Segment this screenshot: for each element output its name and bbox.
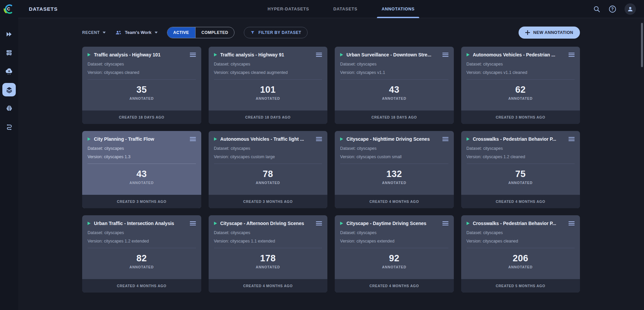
menu-bars-icon	[569, 221, 575, 226]
card-divider	[467, 248, 575, 248]
card-menu-button[interactable]	[442, 137, 448, 141]
annotation-card[interactable]: Traffic analysis - Highway 91 Dataset: c…	[209, 47, 328, 124]
card-version-line: Version: cityscapes cleaned	[461, 239, 580, 243]
status-toggle-active[interactable]: ACTIVE	[167, 27, 195, 38]
card-menu-button[interactable]	[190, 221, 196, 226]
team-scope-label: Team's Work	[125, 30, 151, 35]
card-version-line: Version: cityscapes custom small	[335, 154, 454, 159]
card-menu-button[interactable]	[316, 52, 322, 57]
card-header: Crosswalks - Pedestrian Behavior P...	[461, 215, 580, 226]
sidebar-item-pipelines[interactable]	[2, 120, 16, 133]
card-created-footer: CREATED 3 MONTHS AGO	[82, 195, 201, 208]
card-created-footer: CREATED 3 MONTHS AGO	[209, 195, 328, 208]
card-version-line: Version: cityscapes 1.3	[82, 154, 201, 159]
card-created-footer: CREATED 18 DAYS AGO	[209, 110, 328, 124]
models-brain-icon	[5, 104, 13, 112]
chevron-down-icon	[155, 32, 158, 34]
card-dataset-line: Dataset: cityscapes	[82, 230, 201, 235]
team-scope-dropdown[interactable]: Team's Work	[115, 29, 157, 36]
sidebar-item-models[interactable]	[2, 101, 16, 115]
sidebar-item-datasets[interactable]	[2, 83, 16, 96]
annotation-card[interactable]: Autonomous Vehicles - Pedestrian ... Dat…	[461, 47, 580, 124]
card-created-footer: CREATED 4 MONTHS AGO	[461, 195, 580, 208]
annotated-count: 78	[209, 169, 328, 179]
sidebar-item-projects[interactable]	[2, 28, 16, 41]
annotation-card[interactable]: Crosswalks - Pedestrian Behavior P... Da…	[461, 131, 580, 208]
card-divider	[340, 79, 448, 80]
menu-bars-icon	[569, 52, 575, 57]
annotated-label: ANNOTATED	[335, 265, 454, 269]
search-button[interactable]	[593, 5, 600, 13]
svg-text:C: C	[7, 7, 10, 11]
cards-grid: Traffic analysis - Highway 101 Dataset: …	[82, 47, 580, 293]
annotation-card[interactable]: Urban Traffic - Intersection Analysis Da…	[82, 215, 201, 293]
card-menu-button[interactable]	[569, 137, 575, 141]
annotated-label: ANNOTATED	[82, 181, 201, 185]
card-menu-button[interactable]	[569, 221, 575, 226]
annotation-card[interactable]: Cityscape - Daytime Driving Scenes Datas…	[335, 215, 454, 293]
page-title: DATASETS	[29, 6, 58, 12]
card-version-line: Version: cityscapes cleaned augmented	[209, 70, 328, 75]
play-icon	[214, 137, 217, 141]
sidebar: C	[0, 0, 18, 310]
card-title: Crosswalks - Pedestrian Behavior P...	[473, 136, 566, 142]
projects-icon	[5, 31, 13, 38]
annotated-count: 62	[461, 85, 580, 95]
play-icon	[467, 137, 470, 141]
menu-bars-icon	[569, 137, 575, 141]
card-header: Urban Traffic - Intersection Analysis	[82, 215, 201, 226]
card-menu-button[interactable]	[316, 137, 322, 141]
user-avatar[interactable]	[625, 3, 636, 15]
team-icon	[115, 29, 122, 36]
card-version-line: Version: cityscapes v1.1 cleaned	[461, 70, 580, 75]
card-title: Urban Traffic - Intersection Analysis	[94, 221, 186, 226]
main-column: DATASETS HYPER-DATASETS DATASETS ANNOTAT…	[18, 0, 644, 310]
card-title: Traffic analysis - Highway 91	[220, 52, 313, 57]
user-icon	[627, 6, 634, 12]
help-button[interactable]: ?	[608, 5, 616, 13]
top-tabs: HYPER-DATASETS DATASETS ANNOTATIONS	[263, 0, 419, 18]
card-title: Cityscape - Daytime Driving Scenes	[346, 221, 439, 226]
card-dataset-line: Dataset: cityscapes	[209, 230, 328, 235]
card-menu-button[interactable]	[316, 221, 322, 226]
card-dataset-line: Dataset: cityscapes	[82, 62, 201, 67]
card-header: Autonomous Vehicles - Traffic light ...	[209, 131, 328, 142]
card-menu-button[interactable]	[190, 137, 196, 141]
tab-hyper-datasets[interactable]: HYPER-DATASETS	[263, 0, 314, 18]
tab-annotations[interactable]: ANNOTATIONS	[377, 0, 420, 18]
sort-dropdown[interactable]: RECENT	[82, 30, 106, 35]
card-divider	[340, 248, 448, 248]
plus-icon	[525, 30, 530, 35]
card-menu-button[interactable]	[442, 52, 448, 57]
clearml-logo[interactable]: C	[0, 0, 18, 18]
annotated-label: ANNOTATED	[461, 181, 580, 185]
status-toggle-completed[interactable]: COMPLETED	[195, 27, 234, 38]
annotation-card[interactable]: Urban Surveillance - Downtown Stre... Da…	[335, 47, 454, 124]
sidebar-item-cloud-apps[interactable]	[2, 64, 16, 78]
menu-bars-icon	[190, 137, 196, 141]
card-menu-button[interactable]	[190, 52, 196, 57]
tab-datasets[interactable]: DATASETS	[329, 0, 362, 18]
card-menu-button[interactable]	[442, 221, 448, 226]
card-version-line: Version: cityscapes cleaned	[82, 70, 201, 75]
new-annotation-button[interactable]: NEW ANNOTATION	[519, 27, 580, 39]
card-created-footer: CREATED 18 DAYS AGO	[335, 110, 454, 124]
card-menu-button[interactable]	[569, 52, 575, 57]
card-header: Traffic analysis - Highway 101	[82, 47, 201, 57]
annotation-card[interactable]: Cityscape - Afternoon Driving Scenes Dat…	[209, 215, 328, 293]
annotation-card[interactable]: Cityscape - Nighttime Driving Scenes Dat…	[335, 131, 454, 208]
vertical-scrollbar[interactable]	[641, 23, 643, 67]
card-title: Autonomous Vehicles - Pedestrian ...	[473, 52, 566, 57]
card-divider	[214, 248, 322, 248]
annotation-card[interactable]: Traffic analysis - Highway 101 Dataset: …	[82, 47, 201, 124]
clearml-logo-icon: C	[2, 2, 16, 16]
filter-by-dataset-button[interactable]: FILTER BY DATASET	[244, 27, 308, 38]
cloud-apps-icon	[5, 67, 13, 75]
card-header: Autonomous Vehicles - Pedestrian ...	[461, 47, 580, 57]
sort-dropdown-label: RECENT	[82, 30, 100, 35]
annotation-card[interactable]: Autonomous Vehicles - Traffic light ... …	[209, 131, 328, 208]
annotated-label: ANNOTATED	[209, 96, 328, 100]
annotation-card[interactable]: City Planning - Traffic Flow Dataset: ci…	[82, 131, 201, 208]
annotation-card[interactable]: Crosswalks - Pedestrian Behavior P... Da…	[461, 215, 580, 293]
sidebar-item-workers-queues[interactable]	[2, 46, 16, 59]
